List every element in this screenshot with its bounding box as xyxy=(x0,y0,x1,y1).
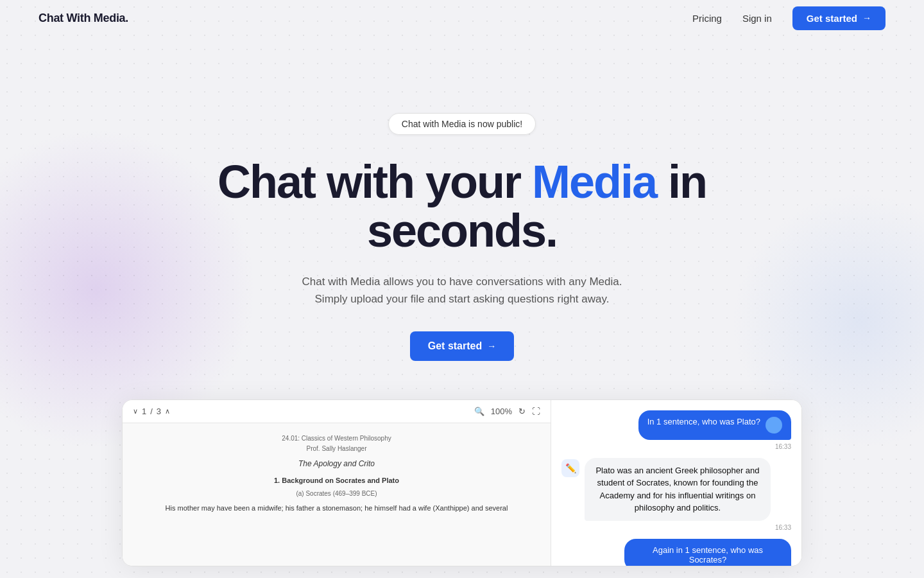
nav-right: Pricing Sign in Get started → xyxy=(692,6,886,30)
user-bubble-1: In 1 sentence, who was Plato? xyxy=(638,410,791,440)
bot-message-1-text: Plato was an ancient Greek philosopher a… xyxy=(595,466,759,513)
pdf-content: 24.01: Classics of Western PhilosophyPro… xyxy=(123,423,551,525)
pdf-toolbar: ∨ 1 / 3 ∧ 🔍 100% ↻ ⛶ xyxy=(123,400,551,423)
fullscreen-icon[interactable]: ⛶ xyxy=(532,407,540,416)
navbar: Chat With Media. Pricing Sign in Get sta… xyxy=(0,0,924,36)
chevron-down-icon[interactable]: ∨ xyxy=(133,407,138,416)
headline-highlight: Media xyxy=(532,156,656,207)
public-badge: Chat with Media is now public! xyxy=(388,113,536,135)
nav-link-pricing[interactable]: Pricing xyxy=(692,13,722,24)
user-message-2-text: Again in 1 sentence, who was Socrates? xyxy=(653,545,763,565)
hero-headline: Chat with your Media in seconds. xyxy=(199,158,725,255)
chat-message-bot-1: ✏️ Plato was an ancient Greek philosophe… xyxy=(561,458,791,531)
headline-part1: Chat with your xyxy=(218,156,532,207)
pdf-section-title: 1. Background on Socrates and Plato xyxy=(135,475,538,487)
chat-message-user-1: In 1 sentence, who was Plato? 16:33 xyxy=(638,410,791,450)
pdf-zoom-level: 100% xyxy=(491,407,512,416)
chevron-up-icon[interactable]: ∧ xyxy=(165,407,170,416)
refresh-icon[interactable]: ↻ xyxy=(518,407,526,416)
pdf-toolbar-left: ∨ 1 / 3 ∧ xyxy=(133,407,170,416)
arrow-right-icon: → xyxy=(862,13,871,23)
pdf-body-text: His mother may have been a midwife; his … xyxy=(135,503,538,514)
bot-icon: ✏️ xyxy=(561,459,579,477)
nav-get-started-button[interactable]: Get started → xyxy=(792,6,886,30)
bot-timestamp-1: 16:33 xyxy=(561,524,791,531)
chat-panel: In 1 sentence, who was Plato? 16:33 ✏️ P… xyxy=(551,400,801,566)
user-bubble-2: Again in 1 sentence, who was Socrates? xyxy=(624,539,791,566)
nav-logo: Chat With Media. xyxy=(38,12,128,25)
pdf-panel: ∨ 1 / 3 ∧ 🔍 100% ↻ ⛶ 24.01: Classics of … xyxy=(123,400,551,566)
pdf-subsection: (a) Socrates (469–399 BCE) xyxy=(135,489,538,499)
hero-cta-label: Get started xyxy=(428,340,482,352)
app-preview: ∨ 1 / 3 ∧ 🔍 100% ↻ ⛶ 24.01: Classics of … xyxy=(122,399,802,566)
hero-get-started-button[interactable]: Get started → xyxy=(410,331,514,361)
user-avatar-1 xyxy=(766,417,782,434)
chat-message-user-2: Again in 1 sentence, who was Socrates? xyxy=(624,539,791,566)
nav-link-signin[interactable]: Sign in xyxy=(742,13,772,24)
bot-message-row: ✏️ Plato was an ancient Greek philosophe… xyxy=(561,458,791,521)
search-icon[interactable]: 🔍 xyxy=(474,407,484,416)
hero-arrow-icon: → xyxy=(487,341,496,351)
hero-section: Chat with Media is now public! Chat with… xyxy=(0,36,924,566)
pdf-page-total: 3 xyxy=(157,407,161,416)
pdf-meta: 24.01: Classics of Western PhilosophyPro… xyxy=(135,434,538,454)
bot-bubble-1: Plato was an ancient Greek philosopher a… xyxy=(585,458,771,521)
hero-subtext: Chat with Media allows you to have conve… xyxy=(289,273,635,308)
pdf-toolbar-right: 🔍 100% ↻ ⛶ xyxy=(474,407,540,416)
nav-get-started-label: Get started xyxy=(807,13,857,24)
pdf-title: The Apology and Crito xyxy=(135,458,538,470)
user-timestamp-1: 16:33 xyxy=(775,443,791,450)
user-message-1-text: In 1 sentence, who was Plato? xyxy=(647,417,760,426)
pdf-page-separator: / xyxy=(150,407,153,416)
pdf-page-current: 1 xyxy=(142,407,146,416)
